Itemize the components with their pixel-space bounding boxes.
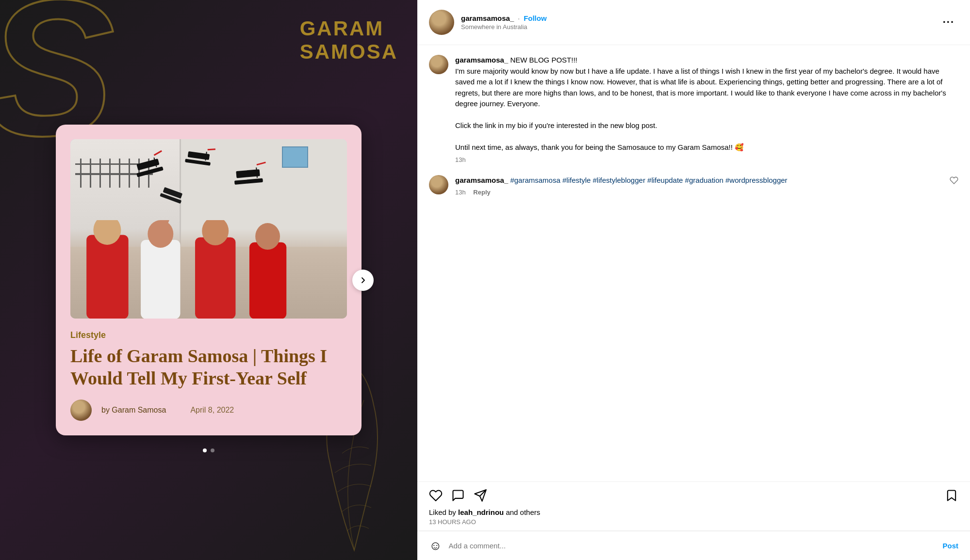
hashtag-heart-button[interactable] bbox=[950, 175, 958, 187]
slide-dot-1[interactable] bbox=[203, 448, 207, 452]
post-header-avatar bbox=[429, 10, 454, 35]
caption-body: I'm sure majority would know by now but … bbox=[455, 67, 946, 108]
header-dot: · bbox=[518, 15, 520, 22]
comment-input-row: ☺ Post bbox=[417, 531, 970, 560]
hashtag-avatar bbox=[429, 175, 448, 194]
reply-button[interactable]: Reply bbox=[473, 189, 490, 196]
action-buttons-row bbox=[429, 489, 958, 502]
liked-by-user[interactable]: leah_ndrinou bbox=[458, 508, 504, 516]
right-panel: garamsamosa_ · Follow Somewhere in Austr… bbox=[417, 0, 970, 560]
blog-card-avatar bbox=[70, 400, 92, 421]
blog-card-category: Lifestyle bbox=[70, 330, 347, 340]
caption-outro: Until next time, as always, thank you fo… bbox=[455, 143, 744, 151]
likes-text: Liked by leah_ndrinou and others bbox=[429, 508, 958, 516]
hashtag-comment-block: garamsamosa_ #garamsamosa #lifestyle #li… bbox=[429, 175, 958, 196]
slide-dots bbox=[203, 448, 214, 452]
username-row: garamsamosa_ · Follow bbox=[461, 14, 932, 22]
post-header-info: garamsamosa_ · Follow Somewhere in Austr… bbox=[461, 14, 932, 31]
graduation-photo bbox=[70, 139, 347, 319]
blog-card-image bbox=[70, 139, 347, 319]
post-actions: Liked by leah_ndrinou and others 13 HOUR… bbox=[417, 482, 970, 531]
main-caption-block: garamsamosa_ NEW BLOG POST!!! I'm sure m… bbox=[429, 55, 958, 163]
post-body: garamsamosa_ NEW BLOG POST!!! I'm sure m… bbox=[417, 45, 970, 482]
svg-rect-30 bbox=[249, 242, 286, 319]
svg-rect-17 bbox=[208, 149, 215, 151]
header-username[interactable]: garamsamosa_ bbox=[461, 14, 514, 22]
caption-new-post: NEW BLOG POST!!! bbox=[510, 56, 577, 64]
caption-time: 13h bbox=[455, 156, 958, 163]
more-options-button[interactable]: ··· bbox=[939, 14, 958, 31]
hashtags: #garamsamosa #lifestyle #lifestyleblogge… bbox=[510, 176, 787, 184]
save-button[interactable] bbox=[945, 489, 958, 502]
blog-card: Lifestyle Life of Garam Samosa | Things … bbox=[56, 125, 362, 435]
decorative-logo: GARAMSAMOSA bbox=[300, 17, 398, 64]
svg-rect-26 bbox=[141, 240, 180, 319]
hashtag-username[interactable]: garamsamosa_ bbox=[455, 176, 508, 184]
post-header: garamsamosa_ · Follow Somewhere in Austr… bbox=[417, 0, 970, 45]
hashtag-text: garamsamosa_ #garamsamosa #lifestyle #li… bbox=[455, 175, 943, 186]
svg-rect-28 bbox=[195, 238, 235, 319]
comment-post-button[interactable]: Post bbox=[942, 542, 958, 550]
svg-rect-24 bbox=[86, 235, 128, 319]
left-panel: S GARAMSAMOSA bbox=[0, 0, 417, 560]
blog-card-author: by Garam Samosa bbox=[101, 406, 166, 415]
caption-content: garamsamosa_ NEW BLOG POST!!! I'm sure m… bbox=[455, 55, 958, 163]
follow-button[interactable]: Follow bbox=[524, 14, 547, 22]
emoji-button[interactable]: ☺ bbox=[429, 538, 442, 553]
post-location: Somewhere in Australia bbox=[461, 23, 932, 31]
svg-rect-21 bbox=[257, 162, 266, 166]
hashtag-content: garamsamosa_ #garamsamosa #lifestyle #li… bbox=[455, 175, 943, 196]
next-slide-button[interactable] bbox=[352, 270, 374, 291]
caption-avatar bbox=[429, 55, 448, 74]
caption-username[interactable]: garamsamosa_ bbox=[455, 56, 508, 64]
post-time-ago: 13 HOURS AGO bbox=[429, 518, 958, 526]
blog-card-date: April 8, 2022 bbox=[190, 406, 234, 415]
svg-point-31 bbox=[255, 223, 280, 250]
svg-rect-14 bbox=[185, 159, 211, 166]
svg-rect-18 bbox=[234, 178, 263, 185]
share-button[interactable] bbox=[474, 489, 487, 502]
hashtag-time: 13h Reply bbox=[455, 189, 943, 196]
comment-input[interactable] bbox=[449, 542, 936, 550]
caption-text: garamsamosa_ NEW BLOG POST!!! I'm sure m… bbox=[455, 55, 958, 153]
slide-dot-2[interactable] bbox=[211, 448, 214, 452]
comment-button[interactable] bbox=[451, 489, 465, 502]
blog-card-title: Life of Garam Samosa | Things I Would Te… bbox=[70, 345, 347, 389]
caption-cta: Click the link in my bio if you're inter… bbox=[455, 121, 657, 129]
svg-rect-13 bbox=[154, 150, 162, 156]
blog-card-meta: by Garam Samosa April 8, 2022 bbox=[70, 400, 347, 421]
like-button[interactable] bbox=[429, 489, 443, 502]
